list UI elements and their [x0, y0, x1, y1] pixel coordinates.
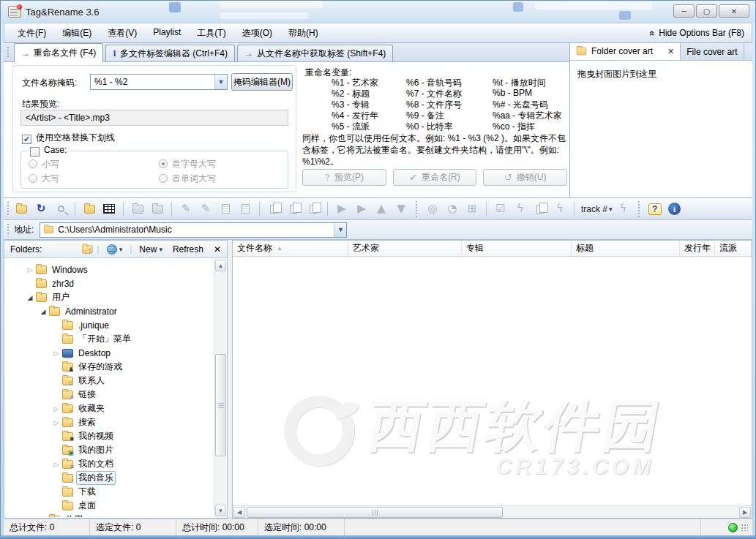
maximize-button[interactable]: ▢ — [696, 4, 717, 18]
toolbar-quick-fix-button[interactable]: ☑ — [492, 200, 509, 218]
toolbar-edit-tag-button[interactable] — [217, 200, 234, 218]
tree-item[interactable]: ▷★收藏夹 — [5, 402, 214, 415]
mask-editor-button[interactable]: 掩码编辑器(M) — [231, 73, 293, 91]
new-folder-button[interactable]: New ▾ — [136, 243, 165, 256]
close-icon[interactable]: ✕ — [667, 47, 674, 56]
toolbar-play-button[interactable]: ▶ — [333, 200, 351, 218]
chevron-down-icon[interactable]: ▼ — [214, 75, 227, 89]
menu-item-0[interactable]: 文件(F) — [10, 24, 53, 42]
toolbar-open-folder-button[interactable] — [12, 200, 30, 218]
expand-closed-icon[interactable]: ▷ — [37, 516, 49, 518]
tree-item[interactable]: ▷Windows — [5, 263, 214, 276]
rename-button[interactable]: ✔ 重命名(R) — [393, 169, 477, 186]
toolbar-search-button[interactable] — [52, 200, 70, 218]
toolbar-move-down-button[interactable]: ▼ — [392, 200, 410, 218]
toolbar-about-button[interactable]: i — [666, 200, 684, 218]
toolbar-track-number-button[interactable]: track #▾ — [580, 200, 613, 218]
menu-item-6[interactable]: 帮助(H) — [281, 24, 326, 42]
tree-item[interactable]: zhr3d — [5, 276, 214, 290]
case-group-checkbox[interactable]: ✔Case: — [27, 145, 70, 157]
column-header-1[interactable]: 艺术家 — [348, 241, 462, 256]
menu-item-2[interactable]: 查看(V) — [100, 24, 144, 42]
expand-open-icon[interactable]: ◢ — [24, 294, 36, 301]
tree-vertical-scrollbar[interactable]: ▲ ▼ — [214, 259, 226, 517]
radio-selected-icon[interactable] — [159, 159, 168, 168]
scroll-up-arrow[interactable]: ▲ — [215, 260, 226, 271]
tree-item[interactable]: ◢用户 — [5, 290, 214, 304]
close-button[interactable]: ✕ — [719, 4, 749, 18]
replace-underscores-checkbox[interactable]: ✔使用空格替换下划线 — [22, 132, 115, 144]
scrollbar-thumb[interactable] — [247, 507, 503, 518]
tree-item[interactable]: ▣我的图片 — [5, 443, 214, 457]
folder-up-icon[interactable]: ↑ — [82, 245, 92, 253]
menu-item-1[interactable]: 编辑(E) — [55, 24, 99, 42]
toolbar-write-tags-all-button[interactable]: ✎ — [197, 200, 214, 218]
tab-rename-files[interactable]: → 重命名文件 (F4) — [14, 43, 103, 62]
checkbox-unchecked-icon[interactable]: ✔ — [30, 147, 40, 157]
toolbar-auto-tag-button[interactable]: ϟ — [512, 200, 529, 218]
column-header-4[interactable]: 发行年 — [680, 241, 715, 256]
toolbar-multi-edit-button[interactable] — [531, 200, 549, 218]
tab-get-tags-from-filenames[interactable]: → 从文件名称中获取标签 (Shift+F4) — [237, 45, 393, 61]
network-places-button[interactable]: ▾ — [104, 243, 126, 256]
toolbar-calendar-button[interactable]: ⊞ — [463, 200, 481, 218]
hide-options-bar-button[interactable]: « Hide Options Bar (F8) — [650, 28, 752, 39]
tree-item[interactable]: ♟保存的游戏 — [5, 360, 214, 374]
close-folders-icon[interactable]: ✕ — [211, 244, 224, 255]
menu-item-3[interactable]: Playlist — [146, 24, 188, 42]
radio-capitalize-first[interactable]: 首字母大写 — [159, 158, 216, 170]
tree-item[interactable]: ▷≡我的文档 — [5, 457, 214, 471]
column-header-3[interactable]: 标题 — [572, 241, 680, 256]
checkbox-checked-icon[interactable]: ✔ — [22, 135, 31, 144]
toolbar-folder-up-button[interactable] — [129, 200, 146, 218]
tab-multi-tag-editor[interactable]: I 多文件标签编辑器 (Ctrl+F4) — [105, 45, 235, 61]
column-header-2[interactable]: 专辑 — [462, 241, 572, 256]
expand-closed-icon[interactable]: ▷ — [50, 419, 62, 426]
toolbar-auto-number-button[interactable]: ϟ — [615, 200, 632, 218]
title-bar[interactable]: Tag&Rename 3.6 ─ ▢ ✕ — [1, 1, 755, 23]
radio-uppercase[interactable]: 大写 — [29, 173, 59, 185]
menu-item-4[interactable]: 工具(T) — [190, 24, 233, 42]
toolbar-auto-fix-button[interactable]: ϟ — [551, 200, 569, 218]
tree-item[interactable]: ▷○搜索 — [5, 415, 214, 429]
radio-icon[interactable] — [29, 159, 37, 168]
toolbar-paste-special-button[interactable] — [304, 200, 322, 218]
toolbar-online-lookup-button[interactable]: ◔ — [444, 200, 461, 218]
column-header-5[interactable]: 流派 — [715, 241, 752, 256]
refresh-folders-button[interactable]: Refresh — [170, 243, 206, 256]
scrollbar-thumb[interactable] — [215, 354, 226, 456]
toolbar-table-view-button[interactable] — [100, 200, 118, 218]
radio-capitalize-words[interactable]: 首单词大写 — [159, 173, 216, 185]
expand-closed-icon[interactable]: ▷ — [24, 266, 36, 274]
toolbar-folder-new-button[interactable] — [149, 200, 166, 218]
expand-closed-icon[interactable]: ▷ — [50, 405, 62, 412]
tree-item[interactable]: ▷公用 — [5, 513, 214, 517]
menu-item-5[interactable]: 选项(O) — [235, 24, 280, 42]
tree-item-selected[interactable]: ♪我的音乐 — [5, 471, 214, 485]
tree-item[interactable]: 桌面 — [5, 499, 214, 513]
undo-button[interactable]: ↺ 撤销(U) — [483, 169, 567, 186]
preview-button[interactable]: ? 预览(P) — [302, 169, 386, 186]
tree-item[interactable]: .junique — [5, 318, 214, 332]
radio-icon[interactable] — [29, 174, 37, 183]
radio-icon[interactable] — [159, 174, 168, 183]
resize-grip-icon[interactable] — [741, 524, 748, 531]
tree-item[interactable]: 「开始」菜单 — [5, 332, 214, 346]
toolbar-write-tags-button[interactable]: ✎ — [177, 200, 195, 218]
tree-item[interactable]: ▷Desktop — [5, 346, 214, 360]
radio-lowercase[interactable]: 小写 — [29, 158, 59, 170]
toolbar-play-next-button[interactable]: ▶ — [353, 200, 370, 218]
toolbar-paste-tag-button[interactable] — [285, 200, 302, 218]
tree-item[interactable]: ☺联系人 — [5, 374, 214, 388]
tree-item[interactable]: ■我的视频 — [5, 429, 214, 443]
toolbar-disc-lookup-button[interactable]: ◎ — [424, 200, 441, 218]
list-horizontal-scrollbar[interactable]: ◀ ▶ — [233, 505, 752, 518]
file-list-body[interactable]: 西西软件园 CR173.COM — [233, 257, 752, 505]
scroll-down-arrow[interactable]: ▼ — [215, 505, 226, 516]
tab-folder-cover-art[interactable]: Folder cover art ✕ — [570, 43, 681, 60]
toolbar-copy-tag-button[interactable] — [265, 200, 282, 218]
expand-open-icon[interactable]: ◢ — [37, 308, 49, 315]
toolbar-help-button[interactable]: ? — [646, 200, 664, 218]
scroll-right-arrow[interactable]: ▶ — [739, 507, 751, 518]
tab-file-cover-art[interactable]: File cover art — [681, 43, 744, 60]
